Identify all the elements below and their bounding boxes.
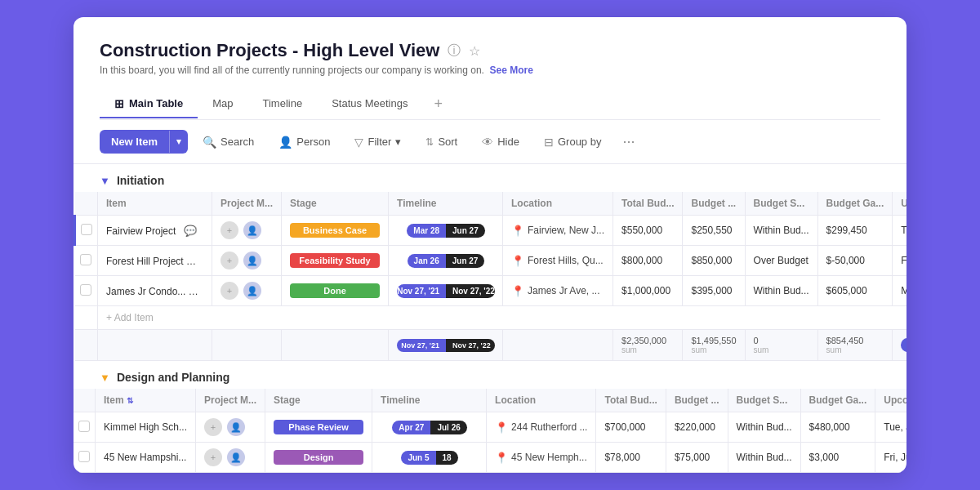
row-item: 45 New Hampshi... — [96, 443, 196, 473]
person-avatar: + — [220, 252, 238, 270]
col-timeline[interactable]: Timeline — [389, 192, 503, 216]
tabs-row: ⊞ Main Table Map Timeline Status Meeting… — [100, 89, 880, 120]
design-table: Item ⇅ Project M... Stage Timeline Locat… — [74, 389, 906, 473]
row-budget2: $250,550 — [683, 216, 745, 246]
checkbox-fairview[interactable] — [81, 224, 92, 235]
row-stage: Design — [265, 443, 372, 473]
col-timeline-2[interactable]: Timeline — [372, 389, 487, 412]
location-pin: 📍 — [495, 421, 508, 434]
person-button[interactable]: 👤 Person — [269, 131, 340, 154]
comment-icon[interactable]: 💬 — [194, 285, 207, 297]
filter-button[interactable]: ▽ Filter ▾ — [345, 131, 411, 154]
row-budget-ga: $3,000 — [800, 443, 875, 473]
col-item[interactable]: Item — [98, 192, 212, 216]
section-design-planning-header[interactable]: ▼ Design and Planning — [74, 361, 906, 389]
row-upcoming: Fri, Jun 10 — [893, 246, 906, 276]
hide-icon: 👁 — [482, 136, 493, 149]
col-budget-ga-2[interactable]: Budget Ga... — [800, 389, 875, 412]
row-budget-s: Within Bud... — [745, 276, 817, 306]
col-budget-s-2[interactable]: Budget S... — [728, 389, 800, 412]
add-item-label[interactable]: + Add Item — [98, 306, 907, 330]
new-item-arrow[interactable]: ▾ — [169, 131, 188, 153]
comment-icon[interactable]: 💬 — [191, 255, 204, 267]
col-stage[interactable]: Stage — [282, 192, 389, 216]
col-upcoming-2[interactable]: Upcoming Sta — [875, 389, 906, 412]
checkbox-forest[interactable] — [80, 254, 91, 265]
row-checkbox[interactable] — [75, 216, 98, 246]
row-location: 📍Fairview, New J... — [503, 216, 613, 246]
col-budget2[interactable]: Budget ... — [683, 192, 745, 216]
location-pin: 📍 — [511, 255, 524, 267]
add-tab-button[interactable]: + — [422, 89, 454, 119]
col-budget-s[interactable]: Budget S... — [745, 192, 817, 216]
group-by-icon: ⊟ — [544, 136, 554, 149]
col-project-m-2[interactable]: Project M... — [196, 389, 265, 412]
row-stage: Feasibility Study — [282, 246, 389, 276]
col-budget2-2[interactable]: Budget ... — [666, 389, 728, 412]
row-checkbox[interactable] — [74, 443, 96, 473]
tab-timeline[interactable]: Timeline — [248, 91, 318, 118]
hide-label: Hide — [497, 136, 519, 148]
row-timeline: Jan 26 Jun 27 — [389, 246, 503, 276]
info-icon[interactable]: ⓘ — [448, 42, 461, 60]
row-budget2: $75,000 — [666, 443, 728, 473]
new-item-button[interactable]: New Item ▾ — [100, 130, 188, 154]
col-stage-2[interactable]: Stage — [265, 389, 372, 412]
sum-budget-s: 0sum — [745, 330, 817, 361]
hide-button[interactable]: 👁 Hide — [472, 131, 529, 154]
tab-map[interactable]: Map — [198, 91, 247, 118]
checkbox-kimmel[interactable] — [78, 421, 90, 432]
row-upcoming: Tue, Jun 7 — [875, 412, 906, 443]
sum-budget-ga: $854,450sum — [817, 330, 893, 361]
star-icon[interactable]: ☆ — [469, 43, 480, 59]
col-location[interactable]: Location — [503, 192, 613, 216]
row-budget-ga: $605,000 — [817, 276, 893, 306]
more-options-button[interactable]: ··· — [616, 130, 641, 154]
new-item-label: New Item — [100, 130, 169, 154]
sort-button[interactable]: ⇅ Sort — [416, 131, 467, 153]
row-total-budget: $78,000 — [596, 443, 666, 473]
sum-row: Nov 27, '21 Nov 27, '22 $2,350,000sum $1… — [75, 330, 907, 361]
search-button[interactable]: 🔍 Search — [193, 131, 264, 154]
checkbox-james[interactable] — [80, 284, 91, 296]
see-more-link[interactable]: See More — [490, 65, 533, 76]
comment-icon[interactable]: 💬 — [184, 225, 197, 237]
search-icon: 🔍 — [203, 136, 216, 149]
col-project-m[interactable]: Project M... — [212, 192, 282, 216]
person-avatar2: 👤 — [227, 448, 245, 466]
row-project-m: + 👤 — [212, 216, 282, 246]
row-checkbox[interactable] — [75, 276, 98, 306]
row-checkbox[interactable] — [74, 412, 96, 443]
section-design-title: Design and Planning — [117, 371, 229, 384]
table-header-row-2: Item ⇅ Project M... Stage Timeline Locat… — [74, 389, 906, 412]
row-budget2: $220,000 — [666, 412, 728, 443]
row-checkbox[interactable] — [75, 246, 98, 276]
col-location-2[interactable]: Location — [487, 389, 596, 412]
table-icon: ⊞ — [114, 97, 124, 110]
add-item-row[interactable]: + Add Item — [75, 306, 907, 330]
group-by-button[interactable]: ⊟ Group by — [534, 131, 611, 154]
checkbox-45new[interactable] — [78, 451, 90, 462]
person-avatar2: 👤 — [227, 418, 245, 436]
main-card: Construction Projects - High Level View … — [74, 17, 906, 473]
search-label: Search — [220, 136, 254, 148]
tab-status-meetings[interactable]: Status Meetings — [317, 91, 422, 118]
tab-main-table[interactable]: ⊞ Main Table — [100, 91, 198, 118]
col-total-budget[interactable]: Total Bud... — [613, 192, 683, 216]
col-total-budget-2[interactable]: Total Bud... — [596, 389, 666, 412]
row-item: Kimmel High Sch... — [96, 412, 196, 443]
row-location: 📍Forest Hills, Qu... — [503, 246, 613, 276]
row-stage: Business Case — [282, 216, 389, 246]
group-by-label: Group by — [558, 136, 601, 148]
row-project-m: + 👤 — [196, 443, 265, 473]
col-budget-ga[interactable]: Budget Ga... — [817, 192, 893, 216]
col-upcoming[interactable]: Upcoming Sta — [893, 192, 906, 216]
col-checkbox — [75, 192, 98, 216]
col-item-2[interactable]: Item ⇅ — [96, 389, 196, 412]
table-row: James Jr Condo... 💬 + 👤 Done — [75, 276, 907, 306]
tab-map-label: Map — [212, 97, 233, 109]
subtitle-row: In this board, you will find all of the … — [100, 65, 880, 76]
section-initiation-header[interactable]: ▼ Initiation — [74, 164, 906, 192]
row-budget-s: Within Bud... — [745, 216, 817, 246]
table-header-row: Item Project M... Stage Timeline Locatio… — [75, 192, 907, 216]
